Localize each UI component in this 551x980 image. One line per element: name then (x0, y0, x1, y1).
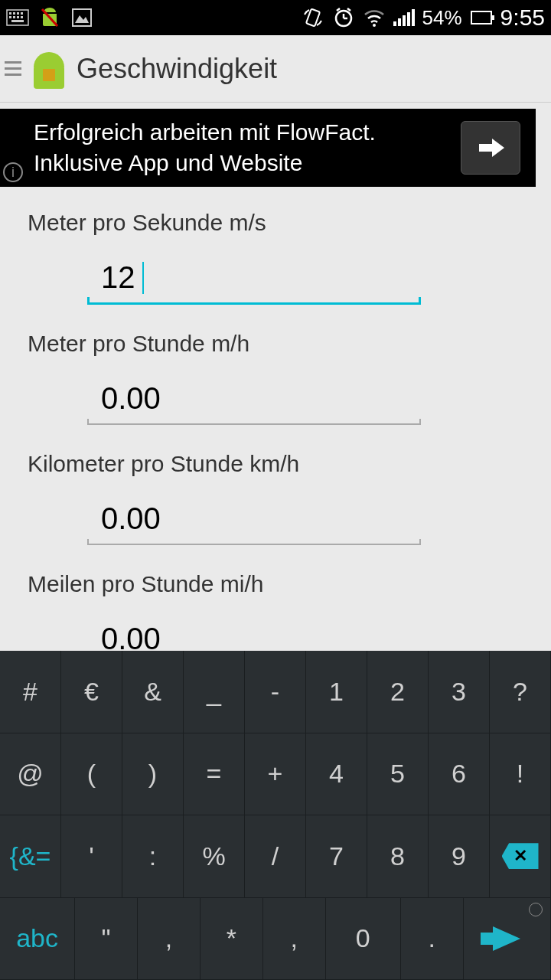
ad-text: Erfolgreich arbeiten mit FlowFact. Inklu… (34, 117, 376, 179)
field-kmh: Kilometer pro Stunde km/h (28, 451, 523, 545)
key-percent[interactable]: % (184, 815, 245, 898)
backspace-icon: ✕ (502, 843, 539, 869)
keyboard-status-icon (6, 6, 29, 29)
input-wrap-kmh (87, 497, 421, 545)
key-question[interactable]: ? (490, 651, 551, 733)
key-at[interactable]: @ (0, 733, 61, 816)
app-icon (31, 46, 67, 92)
app-bar: Geschwindigkeit (0, 35, 551, 103)
signal-icon (393, 9, 415, 26)
field-mps: Meter pro Sekunde m/s (28, 210, 523, 305)
svg-point-19 (373, 24, 376, 27)
ad-info-icon[interactable]: i (3, 162, 23, 182)
key-4[interactable]: 4 (306, 733, 367, 816)
image-status-icon (70, 6, 93, 29)
key-abc[interactable]: abc (0, 898, 75, 981)
keyboard: # € & _ - 1 2 3 ? @ ( ) = + 4 5 6 ! {&= … (0, 651, 551, 980)
key-slash[interactable]: / (245, 815, 306, 898)
status-time: 9:55 (500, 5, 545, 31)
svg-rect-5 (9, 16, 11, 18)
svg-rect-1 (9, 12, 11, 15)
key-dquote[interactable]: " (75, 898, 138, 981)
svg-rect-13 (306, 9, 320, 27)
key-2[interactable]: 2 (367, 651, 429, 733)
key-8[interactable]: 8 (367, 815, 429, 898)
input-mh[interactable] (87, 377, 421, 425)
kb-row-1: # € & _ - 1 2 3 ? (0, 651, 551, 733)
key-colon[interactable]: : (122, 815, 184, 898)
status-bar: 54% 9:55 (0, 0, 551, 35)
key-7[interactable]: 7 (306, 815, 367, 898)
input-kmh[interactable] (87, 497, 421, 545)
kb-row-3: {&= ' : % / 7 8 9 ✕ (0, 815, 551, 898)
enter-arrow-icon (493, 926, 520, 951)
key-period[interactable]: . (401, 898, 464, 981)
smiley-icon (529, 903, 543, 916)
key-rparen[interactable]: ) (122, 733, 184, 816)
input-wrap-mh (87, 377, 421, 425)
input-mps[interactable] (87, 256, 421, 305)
key-hash[interactable]: # (0, 651, 61, 733)
ad-arrow-button[interactable] (461, 121, 520, 175)
field-label: Meilen pro Stunde mi/h (28, 571, 523, 597)
key-amp[interactable]: & (122, 651, 184, 733)
svg-rect-3 (17, 12, 19, 15)
ad-banner[interactable]: i Erfolgreich arbeiten mit FlowFact. Ink… (0, 109, 536, 187)
key-star[interactable]: * (201, 898, 263, 981)
svg-marker-12 (75, 15, 89, 23)
svg-rect-11 (73, 9, 91, 26)
key-enter[interactable] (464, 898, 551, 981)
kb-row-4: abc " , * , 0 . (0, 898, 551, 981)
key-apos[interactable]: ' (61, 815, 122, 898)
key-comma1[interactable]: , (138, 898, 201, 981)
key-9[interactable]: 9 (429, 815, 490, 898)
key-0[interactable]: 0 (326, 898, 401, 981)
svg-rect-7 (17, 16, 19, 18)
svg-rect-8 (21, 16, 23, 18)
key-euro[interactable]: € (61, 651, 122, 733)
key-1[interactable]: 1 (306, 651, 367, 733)
key-symbols[interactable]: {&= (0, 815, 61, 898)
field-label: Kilometer pro Stunde km/h (28, 451, 523, 477)
svg-rect-2 (13, 12, 15, 15)
key-5[interactable]: 5 (367, 733, 429, 816)
form-content: Meter pro Sekunde m/s Meter pro Stunde m… (0, 187, 551, 665)
rotate-icon (302, 6, 324, 29)
input-wrap-mps (87, 256, 421, 305)
android-status-icon (38, 6, 61, 29)
page-title: Geschwindigkeit (77, 53, 277, 85)
key-3[interactable]: 3 (429, 651, 490, 733)
key-plus[interactable]: + (245, 733, 306, 816)
key-minus[interactable]: - (245, 651, 306, 733)
svg-rect-9 (11, 20, 24, 22)
svg-line-18 (347, 8, 350, 11)
key-backspace[interactable]: ✕ (490, 815, 551, 898)
key-6[interactable]: 6 (429, 733, 490, 816)
svg-line-17 (337, 8, 340, 11)
field-label: Meter pro Stunde m/h (28, 331, 523, 357)
field-label: Meter pro Sekunde m/s (28, 210, 523, 236)
key-underscore[interactable]: _ (184, 651, 245, 733)
alarm-icon (332, 6, 355, 29)
key-lparen[interactable]: ( (61, 733, 122, 816)
battery-icon (470, 6, 493, 29)
svg-rect-4 (21, 12, 23, 15)
kb-row-2: @ ( ) = + 4 5 6 ! (0, 733, 551, 816)
menu-icon[interactable] (5, 61, 21, 76)
svg-marker-20 (479, 139, 504, 157)
battery-percent: 54% (422, 6, 462, 30)
key-comma2[interactable]: , (263, 898, 326, 981)
key-equals[interactable]: = (184, 733, 245, 816)
key-excl[interactable]: ! (490, 733, 551, 816)
wifi-icon (363, 6, 386, 29)
svg-rect-6 (13, 16, 15, 18)
field-mph: Meter pro Stunde m/h (28, 331, 523, 425)
